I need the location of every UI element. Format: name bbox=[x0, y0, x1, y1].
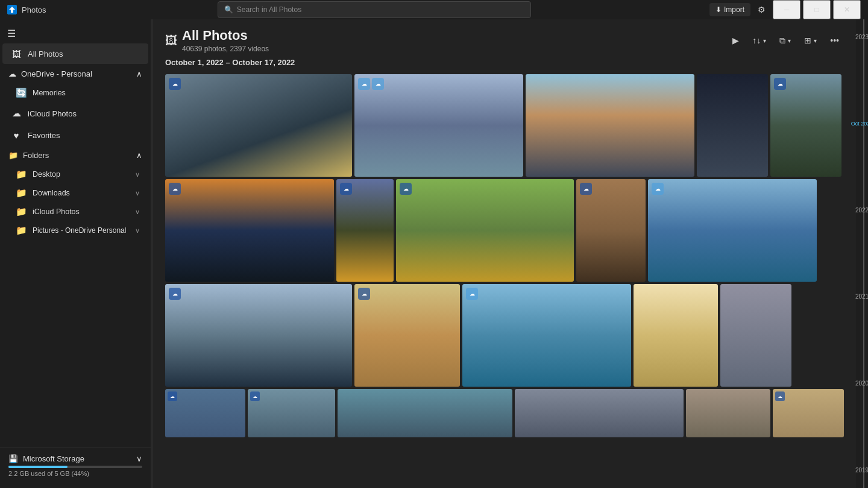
content-header: 🖼 All Photos 40639 photos, 2397 videos ▶… bbox=[153, 19, 856, 74]
photo-item[interactable]: ☁ bbox=[165, 389, 245, 437]
photo-badge-icloud-2: ☁ bbox=[372, 78, 384, 90]
search-icon: 🔍 bbox=[224, 5, 233, 14]
import-button[interactable]: ⬇ Import bbox=[709, 3, 750, 16]
timeline-oct2022[interactable]: Oct 2022 bbox=[851, 121, 868, 127]
close-icon: ✕ bbox=[844, 5, 850, 14]
folder-downloads-label: Downloads bbox=[33, 189, 70, 197]
photo-item[interactable] bbox=[686, 389, 770, 437]
storage-chevron[interactable]: ∨ bbox=[136, 454, 142, 463]
photo-item[interactable]: ☁ bbox=[576, 179, 646, 282]
filter-chevron: ▾ bbox=[788, 37, 791, 44]
import-icon: ⬇ bbox=[715, 5, 722, 14]
folders-label: Folders bbox=[23, 151, 49, 160]
timeline-2023[interactable]: 2023 bbox=[855, 34, 868, 40]
sidebar-item-all-photos[interactable]: 🖼 All Photos bbox=[2, 43, 148, 64]
sort-chevron: ▾ bbox=[763, 37, 766, 44]
sidebar-item-desktop[interactable]: 📁 Desktop ∨ bbox=[7, 165, 148, 183]
sidebar-folders[interactable]: 📁 Folders ∧ bbox=[0, 146, 151, 165]
photo-row-4: ☁ ☁ ☁ bbox=[165, 389, 844, 437]
sidebar-item-favorites[interactable]: ♥ Favorites bbox=[2, 125, 148, 145]
photo-badge-onedrive: ☁ bbox=[466, 288, 478, 300]
photo-item[interactable]: ☁ bbox=[354, 284, 460, 387]
date-range: October 1, 2022 – October 17, 2022 bbox=[165, 53, 844, 69]
hamburger-button[interactable]: ☰ bbox=[0, 24, 151, 43]
photo-item[interactable]: ☁ bbox=[336, 179, 394, 282]
photo-item[interactable]: ☁ bbox=[773, 389, 844, 437]
titlebar: Photos 🔍 Search in All Photos ⬇ Import ⚙… bbox=[0, 0, 868, 19]
timeline-2022[interactable]: 2022 bbox=[855, 207, 868, 214]
search-placeholder: Search in All Photos bbox=[237, 5, 301, 14]
app-icon bbox=[7, 5, 17, 14]
timeline-2019[interactable]: 2019 bbox=[855, 467, 868, 474]
close-button[interactable]: ✕ bbox=[833, 0, 861, 19]
sidebar-item-memories[interactable]: 🔄 Memories bbox=[7, 84, 148, 102]
photo-item[interactable]: ☁ bbox=[165, 179, 334, 282]
photo-badge-onedrive: ☁ bbox=[169, 78, 181, 90]
maximize-button[interactable]: □ bbox=[803, 0, 831, 19]
memories-label: Memories bbox=[33, 89, 66, 97]
sidebar-item-downloads[interactable]: 📁 Downloads ∨ bbox=[7, 184, 148, 202]
timeline-2020[interactable]: 2020 bbox=[855, 380, 868, 387]
photo-row-3: ☁ ☁ ☁ bbox=[165, 284, 844, 387]
photo-badge-onedrive: ☁ bbox=[340, 183, 352, 195]
titlebar-actions: ⬇ Import ⚙ ─ □ ✕ bbox=[702, 0, 868, 19]
settings-icon: ⚙ bbox=[758, 5, 766, 14]
storage-section: 💾 Microsoft Storage ∨ 2.2 GB used of 5 G… bbox=[0, 448, 151, 483]
photo-item[interactable]: ☁ bbox=[462, 284, 631, 387]
storage-label: Microsoft Storage bbox=[23, 454, 84, 463]
photo-badge-icloud: ☁ bbox=[652, 183, 664, 195]
sidebar-item-pictures[interactable]: 📁 Pictures - OneDrive Personal ∨ bbox=[7, 221, 148, 239]
all-photos-icon: 🖼 bbox=[11, 48, 22, 59]
folder-pictures-label: Pictures - OneDrive Personal bbox=[33, 226, 126, 235]
content-toolbar: ▶ ↑↓ ▾ ⧉ ▾ ⊞ ▾ bbox=[728, 33, 844, 48]
folder-icloud-label: iCloud Photos bbox=[33, 208, 80, 216]
photo-item[interactable] bbox=[338, 389, 512, 437]
onedrive-chevron: ∧ bbox=[136, 69, 142, 78]
view-button[interactable]: ⊞ ▾ bbox=[799, 33, 822, 48]
photo-item[interactable]: ☁ bbox=[248, 389, 335, 437]
photo-item[interactable] bbox=[515, 389, 684, 437]
content-title-icon: 🖼 bbox=[165, 34, 177, 48]
main-content: 🖼 All Photos 40639 photos, 2397 videos ▶… bbox=[153, 19, 856, 488]
photo-item[interactable] bbox=[697, 74, 768, 177]
sidebar-item-icloud-folder[interactable]: 📁 iCloud Photos ∨ bbox=[7, 203, 148, 221]
titlebar-center: 🔍 Search in All Photos bbox=[46, 1, 702, 18]
photo-item[interactable]: ☁ bbox=[165, 284, 352, 387]
titlebar-left: Photos bbox=[7, 5, 46, 14]
photo-item[interactable]: ☁ bbox=[770, 74, 841, 177]
icloud-label: iCloud Photos bbox=[28, 109, 77, 118]
photo-item[interactable]: ☁ bbox=[165, 74, 352, 177]
photo-item[interactable]: ☁ bbox=[396, 179, 574, 282]
photo-count: 40639 photos, 2397 videos bbox=[182, 45, 269, 53]
memories-icon: 🔄 bbox=[16, 87, 27, 98]
sidebar-item-icloud[interactable]: ☁ iCloud Photos bbox=[2, 103, 148, 124]
timeline-2021[interactable]: 2021 bbox=[855, 293, 868, 300]
sort-button[interactable]: ↑↓ ▾ bbox=[747, 33, 771, 48]
import-label: Import bbox=[724, 5, 744, 14]
filter-button[interactable]: ⧉ ▾ bbox=[775, 33, 796, 48]
icloud-icon: ☁ bbox=[11, 108, 22, 119]
storage-bar-fill bbox=[8, 466, 68, 468]
sidebar-onedrive[interactable]: ☁ OneDrive - Personal ∧ bbox=[0, 65, 151, 83]
search-bar[interactable]: 🔍 Search in All Photos bbox=[218, 1, 531, 18]
photo-item[interactable] bbox=[526, 74, 694, 177]
photo-row-2: ☁ ☁ ☁ ☁ ☁ bbox=[165, 179, 844, 282]
photo-item[interactable] bbox=[634, 284, 718, 387]
more-button[interactable]: ••• bbox=[825, 33, 844, 48]
photo-item[interactable]: ☁ ☁ bbox=[354, 74, 523, 177]
folder-downloads-chevron: ∨ bbox=[135, 189, 140, 197]
slideshow-button[interactable]: ▶ bbox=[728, 33, 744, 48]
app-body: ☰ 🖼 All Photos ☁ OneDrive - Personal ∧ 🔄… bbox=[0, 19, 868, 488]
minimize-button[interactable]: ─ bbox=[773, 0, 800, 19]
storage-bar-background bbox=[8, 466, 142, 468]
folder-downloads-icon: 📁 bbox=[16, 188, 27, 198]
photo-grid-container[interactable]: ☁ ☁ ☁ ☁ bbox=[153, 74, 856, 488]
photo-badge-onedrive: ☁ bbox=[169, 183, 181, 195]
photo-badge-icloud: ☁ bbox=[358, 78, 370, 90]
photo-badge-onedrive: ☁ bbox=[250, 391, 260, 401]
photo-item[interactable]: ☁ bbox=[648, 179, 817, 282]
onedrive-icon: ☁ bbox=[8, 69, 16, 78]
maximize-icon: □ bbox=[814, 5, 819, 14]
settings-button[interactable]: ⚙ bbox=[753, 2, 770, 17]
photo-item[interactable] bbox=[720, 284, 791, 387]
